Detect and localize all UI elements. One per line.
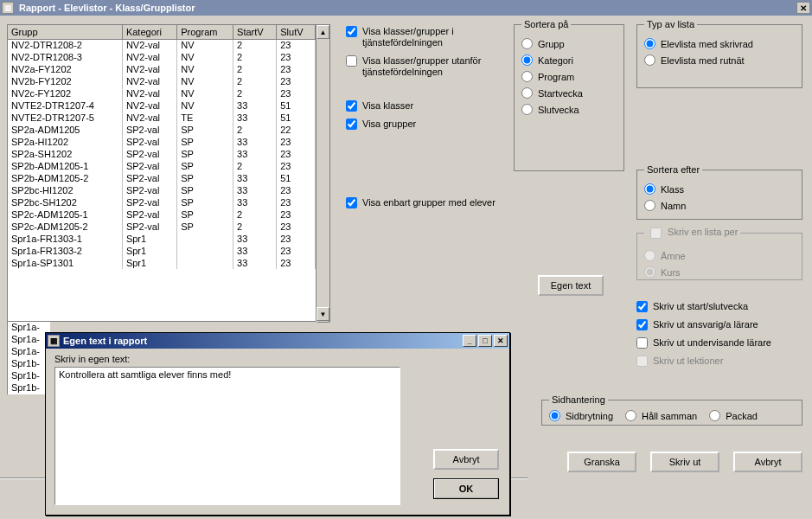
cell — [177, 257, 233, 269]
table-row[interactable]: NVTE2-DTR1207-5NV2-valTE3351 — [8, 112, 316, 124]
egen-text-button[interactable]: Egen text — [538, 275, 604, 296]
chk-visa-i-tjanst[interactable]: Visa klasser/grupper i tjänstefördelning… — [346, 26, 519, 48]
radio-option[interactable]: Namn — [644, 200, 795, 211]
skrivut-button[interactable]: Skriv ut — [650, 452, 719, 472]
radio-option[interactable]: Packad — [709, 410, 758, 421]
cell: NV — [177, 99, 233, 112]
radio[interactable] — [644, 54, 655, 66]
cell: Spr1a-SP1301 — [8, 257, 122, 269]
radio[interactable] — [644, 266, 655, 278]
radio[interactable] — [644, 200, 655, 211]
column-header[interactable]: Program — [177, 25, 233, 39]
cell: 2 — [233, 87, 277, 99]
radio[interactable] — [521, 38, 533, 49]
table-row[interactable]: SP2bc-HI1202SP2-valSP3323 — [8, 184, 316, 196]
cell: NV2-val — [122, 87, 176, 99]
radio-option[interactable]: Startvecka — [521, 87, 617, 99]
table-row[interactable]: NV2-DTR1208-2NV2-valNV223 — [8, 39, 316, 51]
cell: 23 — [277, 160, 316, 172]
radio-option[interactable]: Sidbrytning — [549, 410, 613, 421]
chk-ansvarig[interactable]: Skriv ut ansvarig/a lärare — [636, 319, 809, 330]
cell: SP2-val — [122, 160, 176, 172]
table-row[interactable]: SP2c-ADM1205-1SP2-valSP223 — [8, 208, 316, 221]
table-row[interactable]: SP2a-ADM1205SP2-valSP222 — [8, 124, 316, 136]
table-row[interactable]: NV2a-FY1202NV2-valNV223 — [8, 63, 316, 75]
radio[interactable] — [625, 410, 636, 421]
checkbox[interactable] — [636, 319, 648, 330]
chk-undervisande[interactable]: Skriv ut undervisande lärare — [636, 337, 809, 349]
radio[interactable] — [709, 410, 720, 421]
avbryt-button[interactable]: Avbryt — [733, 452, 802, 472]
checkbox[interactable] — [346, 26, 357, 37]
radio[interactable] — [644, 250, 655, 261]
checkbox[interactable] — [346, 55, 357, 67]
radio[interactable] — [521, 71, 533, 82]
label: Sidbrytning — [566, 411, 613, 421]
grid-scrollbar[interactable]: ▲ ▼ — [316, 25, 329, 321]
dialog-titlebar[interactable]: ▦ Egen text i rapport _ □ ✕ — [46, 333, 509, 349]
table-row[interactable]: NV2-DTR1208-3NV2-valNV223 — [8, 51, 316, 63]
granska-button[interactable]: Granska — [567, 452, 636, 472]
radio[interactable] — [521, 54, 533, 66]
cell: NV — [177, 87, 233, 99]
chk-visa-enbart[interactable]: Visa enbart grupper med elever — [346, 197, 553, 208]
group-grid[interactable]: GruppKategoriProgramStartVSlutV NV2-DTR1… — [7, 24, 330, 322]
cell: NV2-val — [122, 75, 176, 87]
table-row[interactable]: SP2a-HI1202SP2-valSP3323 — [8, 136, 316, 148]
chk-visa-klasser[interactable]: Visa klasser — [346, 100, 519, 112]
column-header[interactable]: SlutV — [277, 25, 316, 39]
radio-option[interactable]: Ämne — [644, 250, 795, 261]
radio-option[interactable]: Klass — [644, 183, 795, 195]
chk-visa-utanfor[interactable]: Visa klasser/grupper utanför tjänsteförd… — [346, 55, 519, 78]
table-row[interactable]: SP2b-ADM1205-2SP2-valSP3351 — [8, 172, 316, 184]
radio-option[interactable]: Grupp — [521, 38, 617, 49]
table-row[interactable]: SP2bc-SH1202SP2-valSP3323 — [8, 196, 316, 208]
table-row[interactable]: Spr1a-SP1301Spr13323 — [8, 257, 316, 269]
table-row[interactable]: Spr1a-FR1303-2Spr13323 — [8, 245, 316, 257]
radio-option[interactable]: Program — [521, 71, 617, 82]
table-row[interactable]: NV2b-FY1202NV2-valNV223 — [8, 75, 316, 87]
radio[interactable] — [644, 183, 655, 195]
radio-option[interactable]: Kategori — [521, 54, 617, 66]
table-row[interactable]: SP2b-ADM1205-1SP2-valSP223 — [8, 160, 316, 172]
radio-option[interactable]: Kurs — [644, 266, 795, 278]
checkbox[interactable] — [346, 119, 357, 130]
chk-lektioner: Skriv ut lektioner — [636, 356, 809, 367]
table-row[interactable]: NVTE2-DTR1207-4NV2-valNV3351 — [8, 99, 316, 112]
table-row[interactable]: SP2a-SH1202SP2-valSP3323 — [8, 148, 316, 160]
close-icon[interactable]: ✕ — [796, 2, 810, 14]
legend: Skriv en lista per — [644, 225, 740, 241]
radio-option[interactable]: Slutvecka — [521, 104, 617, 115]
maximize-icon[interactable]: □ — [478, 335, 492, 347]
chk-visa-grupper[interactable]: Visa grupper — [346, 119, 519, 130]
table-row[interactable]: NV2c-FY1202NV2-valNV223 — [8, 87, 316, 99]
radio-option[interactable]: Elevlista med rutnät — [644, 54, 795, 66]
radio-option[interactable]: Elevlista med skrivrad — [644, 38, 795, 49]
radio[interactable] — [521, 104, 533, 115]
radio-option[interactable]: Håll samman — [625, 410, 697, 421]
radio[interactable] — [644, 38, 655, 49]
radio[interactable] — [549, 410, 560, 421]
column-header[interactable]: StartV — [233, 25, 277, 39]
checkbox[interactable] — [346, 197, 357, 208]
dialog-ok-button[interactable]: OK — [433, 478, 499, 499]
column-header[interactable]: Grupp — [8, 25, 122, 39]
cell: 2 — [233, 75, 277, 87]
checkbox[interactable] — [636, 301, 648, 312]
checkbox[interactable] — [346, 100, 357, 112]
checkbox[interactable] — [636, 337, 648, 349]
minimize-icon[interactable]: _ — [463, 335, 476, 347]
cell — [177, 245, 233, 257]
dialog-cancel-button[interactable]: Avbryt — [433, 449, 499, 470]
scroll-up-icon[interactable]: ▲ — [316, 25, 329, 39]
column-header[interactable]: Kategori — [122, 25, 176, 39]
label: Kurs — [661, 267, 681, 278]
table-row[interactable]: SP2c-ADM1205-2SP2-valSP223 — [8, 221, 316, 233]
egen-text-input[interactable] — [54, 367, 400, 505]
group-sidhantering: Sidhantering SidbrytningHåll sammanPacka… — [541, 394, 802, 426]
table-row[interactable]: Spr1a-FR1303-1Spr13323 — [8, 233, 316, 245]
scroll-down-icon[interactable]: ▼ — [316, 307, 329, 321]
radio[interactable] — [521, 87, 533, 99]
close-icon[interactable]: ✕ — [494, 335, 508, 347]
chk-start-slut[interactable]: Skriv ut start/slutvecka — [636, 301, 809, 312]
